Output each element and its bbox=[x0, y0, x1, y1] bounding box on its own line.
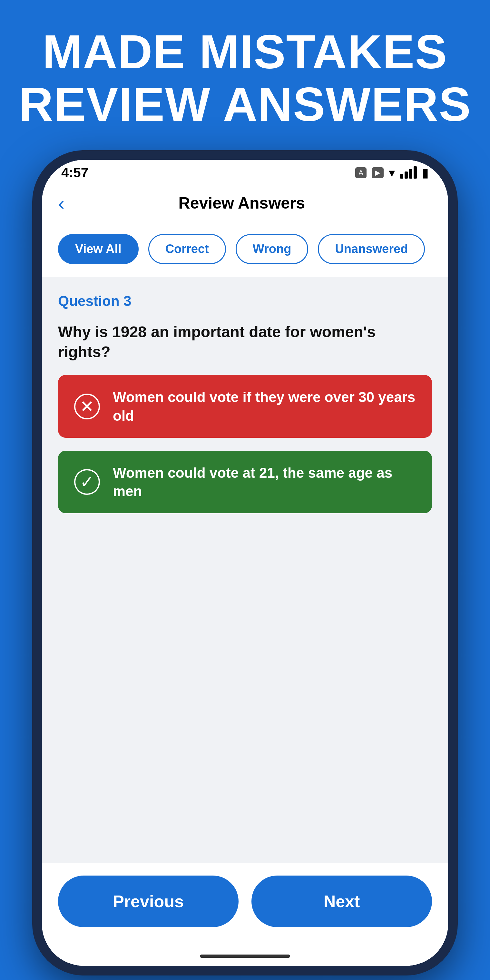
wrong-answer-option[interactable]: ✕ Women could vote if they were over 30 … bbox=[58, 375, 432, 438]
back-button[interactable]: ‹ bbox=[58, 192, 64, 215]
status-icons: A ▶ ▾ ▮ bbox=[355, 166, 429, 180]
question-text: Why is 1928 an important date for women'… bbox=[58, 322, 432, 362]
content-spacer bbox=[58, 526, 432, 862]
wrong-answer-text: Women could vote if they were over 30 ye… bbox=[113, 388, 416, 425]
previous-button[interactable]: Previous bbox=[58, 875, 239, 927]
content-area: Question 3 Why is 1928 an important date… bbox=[42, 277, 448, 863]
home-bar bbox=[200, 955, 290, 958]
phone-screen: 4:57 A ▶ ▾ ▮ ‹ Review Answers Vie bbox=[42, 160, 448, 966]
filter-unanswered[interactable]: Unanswered bbox=[318, 234, 425, 264]
correct-answer-icon: ✓ bbox=[74, 469, 100, 495]
phone-wrapper: 4:57 A ▶ ▾ ▮ ‹ Review Answers Vie bbox=[32, 150, 458, 975]
nav-bar: ‹ Review Answers bbox=[42, 186, 448, 221]
wifi-icon: ▾ bbox=[389, 166, 395, 180]
question-label: Question 3 bbox=[58, 293, 432, 309]
battery-icon: ▮ bbox=[422, 166, 429, 180]
next-button[interactable]: Next bbox=[251, 875, 432, 927]
wrong-answer-icon: ✕ bbox=[74, 394, 100, 419]
status-bar: 4:57 A ▶ ▾ ▮ bbox=[42, 160, 448, 186]
nav-title: Review Answers bbox=[77, 194, 406, 212]
notification-icon: A bbox=[355, 167, 366, 178]
status-time: 4:57 bbox=[61, 165, 88, 181]
filter-tabs: View All Correct Wrong Unanswered bbox=[42, 221, 448, 277]
signal-icon bbox=[400, 167, 417, 178]
bottom-nav: Previous Next bbox=[42, 863, 448, 947]
filter-wrong[interactable]: Wrong bbox=[235, 234, 309, 264]
filter-correct[interactable]: Correct bbox=[148, 234, 226, 264]
correct-answer-option[interactable]: ✓ Women could vote at 21, the same age a… bbox=[58, 451, 432, 513]
play-icon: ▶ bbox=[372, 167, 383, 178]
filter-view-all[interactable]: View All bbox=[58, 234, 138, 264]
header-text: MADE MISTAKES REVIEW ANSWERS bbox=[19, 26, 471, 131]
home-indicator bbox=[42, 947, 448, 966]
correct-answer-text: Women could vote at 21, the same age as … bbox=[113, 464, 416, 500]
